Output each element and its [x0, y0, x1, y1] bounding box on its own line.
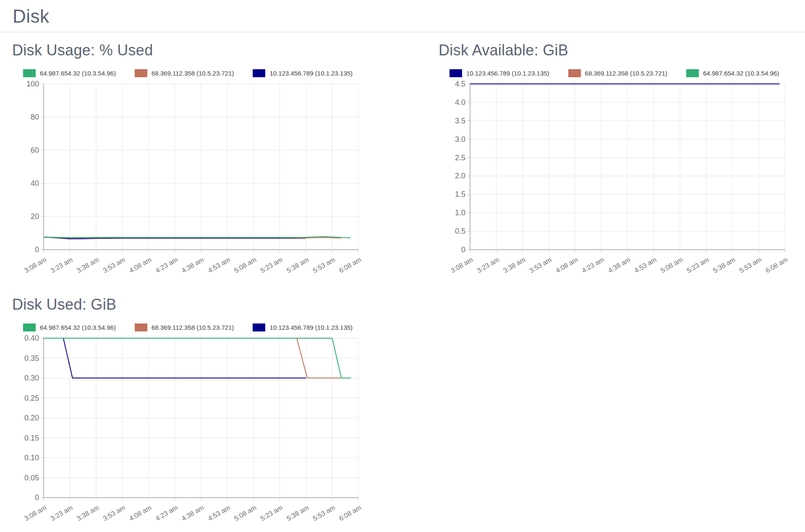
x-tick-label: 5:38 am — [285, 504, 310, 522]
y-tick-label: 40 — [31, 179, 39, 188]
chart-canvas-disk-available[interactable]: 4.54.03.53.02.52.01.51.00.503:08 am3:23 … — [439, 79, 790, 287]
y-tick-label: 80 — [31, 113, 39, 121]
x-tick-label: 4:38 am — [180, 504, 205, 522]
y-tick-label: 3.5 — [455, 117, 465, 125]
chart-disk-usage: Disk Usage: % Used 64.987.654.32 (10.3.5… — [12, 32, 439, 287]
legend-label: 64.987.654.32 (10.3.54.96) — [40, 324, 116, 331]
legend: 64.987.654.32 (10.3.54.96)68.369.112.358… — [12, 323, 363, 331]
y-tick-label: 20 — [31, 212, 39, 221]
y-tick-label: 0.30 — [24, 374, 39, 382]
y-tick-label: 60 — [31, 146, 39, 154]
x-tick-label: 3:08 am — [23, 504, 48, 522]
page-title: Disk — [13, 6, 805, 27]
y-tick-label: 0 — [35, 245, 39, 254]
y-tick-label: 0.05 — [24, 474, 39, 482]
legend-item-green[interactable]: 64.987.654.32 (10.3.54.96) — [23, 323, 116, 331]
legend-item-salmon[interactable]: 68.369.112.358 (10.5.23.721) — [135, 69, 234, 77]
x-tick-label: 3:23 am — [49, 256, 74, 274]
x-tick-label: 6:08 am — [764, 256, 789, 274]
x-tick-label: 5:23 am — [685, 256, 710, 274]
x-tick-label: 5:23 am — [259, 256, 284, 274]
x-tick-label: 6:08 am — [338, 504, 363, 522]
legend-label: 10.123.456.789 (10.1.23.135) — [269, 324, 353, 331]
x-tick-label: 4:23 am — [154, 504, 179, 522]
legend-label: 68.369.112.358 (10.5.23.721) — [152, 70, 234, 77]
y-tick-label: 0.10 — [24, 454, 39, 462]
legend-label: 68.369.112.358 (10.5.23.721) — [152, 324, 234, 331]
x-tick-label: 5:08 am — [233, 256, 258, 274]
y-tick-label: 0.40 — [24, 334, 39, 342]
chart-title-disk-usage: Disk Usage: % Used — [12, 42, 439, 59]
y-tick-label: 1.0 — [455, 209, 465, 217]
y-tick-label: 3.0 — [455, 135, 465, 143]
legend-item-navy[interactable]: 10.123.456.789 (10.1.23.135) — [450, 69, 549, 77]
y-tick-label: 0.20 — [24, 414, 39, 422]
chart-title-disk-used: Disk Used: GiB — [12, 296, 439, 313]
y-tick-label: 0.35 — [24, 354, 39, 362]
legend-label: 10.123.456.789 (10.1.23.135) — [466, 70, 549, 77]
x-tick-label: 3:53 am — [102, 504, 126, 522]
legend: 10.123.456.789 (10.1.23.135)68.369.112.3… — [439, 69, 790, 77]
x-tick-label: 4:53 am — [206, 504, 231, 522]
x-tick-label: 5:53 am — [311, 504, 336, 522]
plot-area: 1008060402003:08 am3:23 am3:38 am3:53 am… — [12, 79, 439, 287]
y-tick-label: 2.5 — [455, 154, 465, 162]
legend-item-salmon[interactable]: 68.369.112.358 (10.5.23.721) — [135, 323, 234, 331]
plot-area: 4.54.03.53.02.52.01.51.00.503:08 am3:23 … — [439, 79, 805, 287]
page-header: Disk — [0, 0, 805, 27]
legend-label: 64.987.654.32 (10.3.54.96) — [703, 70, 779, 77]
y-tick-label: 4.0 — [455, 98, 465, 107]
x-tick-label: 4:23 am — [580, 256, 605, 274]
x-tick-label: 5:08 am — [233, 504, 258, 522]
legend-label: 64.987.654.32 (10.3.54.96) — [40, 70, 116, 77]
plot-area: 0.400.350.300.250.200.150.100.0503:08 am… — [12, 333, 439, 532]
y-tick-label: 0.5 — [455, 227, 465, 235]
chart-disk-available: Disk Available: GiB 10.123.456.789 (10.1… — [439, 32, 805, 287]
chart-title-disk-available: Disk Available: GiB — [439, 42, 805, 59]
x-tick-label: 5:23 am — [259, 504, 284, 522]
legend-swatch-navy — [253, 69, 265, 77]
y-tick-label: 1.5 — [455, 190, 465, 198]
legend-swatch-salmon — [135, 69, 147, 77]
legend-item-navy[interactable]: 10.123.456.789 (10.1.23.135) — [253, 69, 353, 77]
x-tick-label: 3:23 am — [49, 504, 74, 522]
x-tick-label: 4:08 am — [554, 256, 579, 274]
x-tick-label: 3:38 am — [76, 504, 100, 522]
y-tick-label: 0 — [461, 245, 465, 254]
x-tick-label: 4:08 am — [128, 256, 153, 274]
x-tick-label: 3:38 am — [76, 256, 100, 274]
y-tick-label: 4.5 — [455, 80, 465, 88]
legend-swatch-navy — [450, 69, 462, 77]
x-tick-label: 4:53 am — [633, 256, 658, 274]
chart-canvas-disk-used[interactable]: 0.400.350.300.250.200.150.100.0503:08 am… — [12, 333, 363, 532]
legend-label: 10.123.456.789 (10.1.23.135) — [269, 70, 353, 77]
legend-item-navy[interactable]: 10.123.456.789 (10.1.23.135) — [253, 323, 353, 331]
x-tick-label: 4:38 am — [607, 256, 632, 274]
x-tick-label: 3:53 am — [528, 256, 553, 274]
x-tick-label: 4:38 am — [180, 256, 205, 274]
legend-item-green[interactable]: 64.987.654.32 (10.3.54.96) — [686, 69, 779, 77]
y-tick-label: 0.15 — [24, 434, 39, 442]
legend-label: 68.369.112.358 (10.5.23.721) — [585, 70, 668, 77]
x-tick-label: 4:08 am — [128, 504, 153, 522]
legend: 64.987.654.32 (10.3.54.96)68.369.112.358… — [12, 69, 363, 77]
legend-item-green[interactable]: 64.987.654.32 (10.3.54.96) — [23, 69, 116, 77]
x-tick-label: 3:08 am — [450, 256, 474, 274]
x-tick-label: 6:08 am — [338, 256, 363, 274]
x-tick-label: 3:38 am — [502, 256, 527, 274]
legend-item-salmon[interactable]: 68.369.112.358 (10.5.23.721) — [568, 69, 668, 77]
y-tick-label: 0.25 — [24, 394, 39, 402]
chart-disk-used: Disk Used: GiB 64.987.654.32 (10.3.54.96… — [12, 287, 439, 532]
legend-swatch-green — [23, 69, 36, 77]
legend-swatch-salmon — [135, 323, 147, 331]
x-tick-label: 4:23 am — [154, 256, 179, 274]
y-tick-label: 0 — [35, 493, 39, 502]
x-tick-label: 3:53 am — [102, 256, 126, 274]
legend-swatch-navy — [253, 323, 265, 331]
legend-swatch-green — [23, 323, 36, 331]
chart-canvas-disk-usage[interactable]: 1008060402003:08 am3:23 am3:38 am3:53 am… — [12, 79, 363, 287]
legend-swatch-salmon — [568, 69, 581, 77]
y-tick-label: 2.0 — [455, 172, 465, 180]
x-tick-label: 5:08 am — [659, 256, 684, 274]
x-tick-label: 5:38 am — [712, 256, 737, 274]
